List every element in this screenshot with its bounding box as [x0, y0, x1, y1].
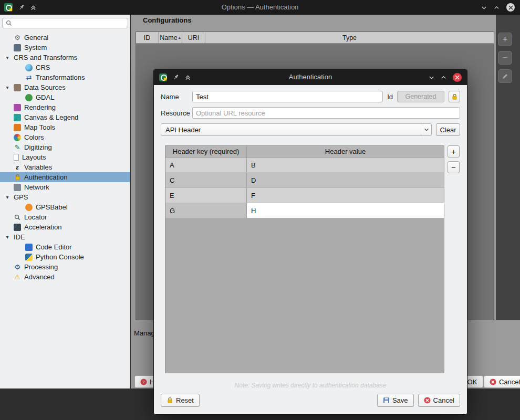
sidebar-item-map-tools[interactable]: Map Tools [0, 122, 130, 132]
data-sources-icon [14, 84, 21, 91]
dialog-close-icon[interactable] [453, 73, 462, 82]
variables-epsilon-icon: ε [14, 164, 21, 171]
rendering-icon [14, 104, 21, 111]
value-cell[interactable]: D [247, 173, 444, 187]
sidebar-group-data-sources[interactable]: ▾Data Sources [0, 82, 130, 92]
auth-method-select[interactable]: API Header [161, 123, 432, 136]
dialog-cancel-button[interactable]: Cancel [418, 394, 460, 407]
canvas-legend-icon [14, 114, 21, 121]
column-header-type[interactable]: Type [205, 32, 494, 43]
save-button[interactable]: Save [377, 394, 414, 407]
column-header-name[interactable]: Name▴ [159, 32, 182, 43]
acceleration-icon [14, 224, 21, 231]
value-cell[interactable]: B [247, 158, 444, 172]
table-row: A B [165, 158, 444, 173]
key-cell[interactable]: C [165, 173, 247, 187]
shade-up-icon[interactable] [494, 5, 500, 10]
sidebar-item-system[interactable]: System [0, 43, 130, 52]
expander-down-icon[interactable]: ▾ [4, 234, 11, 240]
expander-down-icon[interactable]: ▾ [4, 85, 11, 90]
sidebar-item-gpsbabel[interactable]: GPSBabel [0, 202, 130, 212]
reset-button[interactable]: Reset [161, 394, 200, 407]
sidebar-item-general[interactable]: ⚙General [0, 33, 130, 43]
sidebar-item-advanced[interactable]: ⚠Advanced [0, 272, 130, 282]
header-table: Header key (required) Header value A B C… [165, 145, 444, 373]
sidebar-item-processing[interactable]: ⚙Processing [0, 262, 130, 272]
column-header-value[interactable]: Header value [247, 146, 444, 157]
expander-down-icon[interactable]: ▾ [4, 194, 11, 200]
clear-button[interactable]: Clear [436, 123, 460, 136]
sidebar-item-code-editor[interactable]: Code Editor [0, 242, 130, 252]
main-cancel-button[interactable]: Cancel [484, 375, 520, 388]
sidebar-group-crs-and-transforms[interactable]: ▾CRS and Transforms [0, 52, 130, 62]
resource-input[interactable] [192, 107, 460, 119]
dialog-body: Name Id Generated Resource API Header Cl… [154, 85, 467, 407]
sidebar-item-colors[interactable]: Colors [0, 132, 130, 142]
key-cell[interactable]: G [165, 203, 247, 218]
locator-magnifier-icon [14, 214, 21, 221]
edit-pencil-icon [502, 73, 508, 80]
column-header-id[interactable]: ID [136, 32, 159, 43]
add-configuration-button[interactable]: + [498, 33, 512, 46]
add-row-button[interactable]: + [448, 145, 460, 158]
gdal-icon [25, 94, 33, 101]
sidebar-item-python-console[interactable]: Python Console [0, 252, 130, 262]
id-label: Id [387, 93, 393, 101]
window-close-icon[interactable] [506, 3, 515, 12]
sidebar-item-locator[interactable]: Locator [0, 212, 130, 222]
sidebar-search[interactable] [2, 18, 128, 28]
warning-icon: ⚠ [14, 274, 21, 281]
shade-up-icon[interactable] [441, 75, 446, 80]
key-cell[interactable]: E [165, 188, 247, 203]
dialog-titlebar: Authentication [154, 69, 467, 85]
name-input[interactable] [192, 91, 383, 102]
column-header-key[interactable]: Header key (required) [165, 146, 247, 157]
remove-row-button[interactable]: − [448, 161, 460, 173]
map-tools-icon [14, 124, 21, 131]
code-editor-icon [25, 244, 33, 251]
shade-down-icon[interactable] [481, 5, 487, 10]
cancel-x-icon [424, 397, 431, 404]
header-table-header: Header key (required) Header value [165, 146, 444, 158]
network-icon [14, 184, 21, 191]
processing-gear-icon: ⚙ [14, 264, 21, 271]
save-note: Note: Saving writes directly to authenti… [161, 382, 460, 389]
edit-configuration-button[interactable] [498, 69, 512, 83]
expander-down-icon[interactable]: ▾ [4, 55, 11, 60]
sidebar-item-rendering[interactable]: Rendering [0, 102, 130, 112]
remove-configuration-button[interactable]: − [498, 51, 512, 65]
options-sidebar: ⚙General System ▾CRS and Transforms CRS … [0, 15, 130, 388]
authentication-dialog: Authentication Name Id Generated Resourc… [153, 69, 467, 415]
transformations-icon: ⇄ [25, 74, 33, 81]
value-cell-editing[interactable]: H [247, 203, 444, 218]
window-titlebar: Options — Authentication [0, 0, 520, 15]
sidebar-group-ide[interactable]: ▾IDE [0, 232, 130, 242]
name-label: Name [161, 93, 188, 101]
sidebar-item-transformations[interactable]: ⇄Transformations [0, 72, 130, 82]
search-input[interactable] [15, 19, 124, 27]
sidebar-item-authentication[interactable]: Authentication [0, 172, 130, 182]
sidebar-item-variables[interactable]: εVariables [0, 162, 130, 172]
sort-arrow-icon: ▴ [179, 35, 181, 40]
sidebar-item-network[interactable]: Network [0, 182, 130, 192]
sidebar-item-canvas-legend[interactable]: Canvas & Legend [0, 112, 130, 122]
digitizing-pencil-icon: ✎ [14, 144, 21, 151]
table-row: G H [165, 203, 444, 218]
shade-down-icon[interactable] [429, 75, 434, 80]
sidebar-item-digitizing[interactable]: ✎Digitizing [0, 142, 130, 152]
gpsbabel-icon [25, 204, 33, 211]
chevron-down-icon [421, 124, 431, 135]
sidebar-item-crs[interactable]: CRS [0, 62, 130, 72]
sidebar-item-acceleration[interactable]: Acceleration [0, 222, 130, 232]
key-cell[interactable]: A [165, 158, 247, 172]
configurations-table-header: ID Name▴ URI Type [136, 32, 494, 44]
sidebar-item-gdal[interactable]: GDAL [0, 92, 130, 102]
svg-text:?: ? [142, 380, 145, 384]
dialog-footer: Reset Save Cancel [161, 394, 460, 407]
id-lock-button[interactable] [449, 91, 460, 102]
python-icon [25, 254, 33, 261]
value-cell[interactable]: F [247, 188, 444, 203]
sidebar-item-layouts[interactable]: Layouts [0, 152, 130, 162]
sidebar-group-gps[interactable]: ▾GPS [0, 192, 130, 202]
column-header-uri[interactable]: URI [182, 32, 205, 43]
